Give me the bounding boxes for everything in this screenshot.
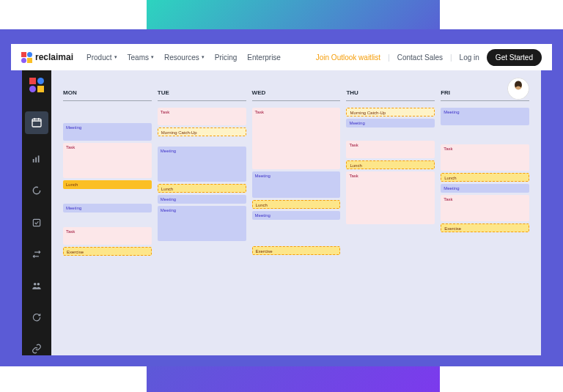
topbar: reclaimai Product▾Teams▾Resources▾Pricin…: [11, 44, 552, 70]
svg-rect-5: [33, 219, 40, 226]
event-task[interactable]: Task: [63, 227, 152, 245]
event-task[interactable]: Task: [441, 195, 529, 221]
event-meeting[interactable]: Meeting: [346, 119, 435, 127]
repeat-icon[interactable]: [30, 248, 43, 260]
loading-icon[interactable]: [30, 185, 43, 197]
event-lunch[interactable]: Lunch: [346, 160, 435, 169]
day-header: MON: [63, 89, 152, 101]
topbar-right: Join Outlook waitlist | Contact Sales | …: [316, 49, 542, 66]
main-nav: Product▾Teams▾Resources▾PricingEnterpris…: [87, 53, 281, 62]
sync-icon[interactable]: [30, 311, 43, 324]
event-catchup[interactable]: Morning Catch-Up: [346, 108, 435, 117]
avatar[interactable]: [507, 78, 529, 100]
svg-point-4: [33, 188, 40, 194]
people-icon[interactable]: [30, 279, 43, 292]
event-lunch[interactable]: Lunch: [252, 200, 341, 209]
day-column-tue: TUETaskMorning Catch-UpMeetingLunchMeeti…: [158, 89, 246, 256]
day-column-fri: FRIMeetingTaskLunchMeetingTaskExercise: [441, 89, 529, 256]
login-link[interactable]: Log in: [460, 53, 479, 62]
logo-icon: [21, 52, 32, 63]
svg-rect-2: [35, 158, 37, 163]
event-meeting[interactable]: Meeting: [63, 204, 152, 212]
event-meeting[interactable]: Meeting: [158, 147, 246, 182]
app-logo-icon: [29, 78, 44, 92]
stats-icon[interactable]: [30, 153, 43, 166]
svg-point-7: [37, 283, 40, 286]
event-meeting[interactable]: Meeting: [441, 184, 529, 193]
event-exercise[interactable]: Exercise: [252, 246, 341, 255]
event-meeting[interactable]: Meeting: [252, 211, 341, 220]
nav-teams[interactable]: Teams▾: [128, 53, 154, 62]
chevron-down-icon: ▾: [114, 54, 117, 60]
divider: |: [450, 53, 452, 62]
get-started-button[interactable]: Get Started: [487, 49, 542, 66]
event-meeting[interactable]: Meeting: [441, 108, 529, 125]
nav-resources[interactable]: Resources▾: [164, 53, 205, 62]
event-task[interactable]: Task: [346, 171, 435, 224]
event-task[interactable]: Task: [252, 108, 341, 169]
nav-pricing[interactable]: Pricing: [215, 53, 238, 62]
event-exercise[interactable]: Exercise: [441, 223, 529, 232]
calendar-body: MONMeetingTaskLunchMeetingTaskExerciseTU…: [51, 70, 541, 355]
event-task[interactable]: Task: [346, 141, 435, 158]
week-grid: MONMeetingTaskLunchMeetingTaskExerciseTU…: [63, 89, 529, 256]
brand-name: reclaimai: [35, 52, 73, 62]
svg-rect-3: [38, 156, 40, 163]
day-column-wed: WEDTaskMeetingLunchMeetingExercise: [252, 89, 341, 256]
divider: |: [388, 53, 390, 62]
event-meeting[interactable]: Meeting: [158, 206, 246, 241]
nav-enterprise[interactable]: Enterprise: [247, 53, 281, 62]
event-lunch[interactable]: Lunch: [441, 173, 529, 182]
event-exercise[interactable]: Exercise: [63, 247, 152, 256]
event-meeting[interactable]: Meeting: [252, 171, 341, 198]
day-header: TUE: [158, 89, 246, 101]
event-meeting[interactable]: Meeting: [63, 123, 152, 141]
event-task[interactable]: Task: [441, 144, 529, 171]
svg-rect-0: [32, 119, 41, 127]
svg-rect-1: [33, 159, 34, 163]
contact-sales-link[interactable]: Contact Sales: [397, 53, 443, 62]
event-lunch[interactable]: Lunch: [63, 180, 152, 189]
nav-product[interactable]: Product▾: [87, 53, 117, 62]
brand-logo[interactable]: reclaimai: [21, 52, 73, 63]
chevron-down-icon: ▾: [151, 54, 154, 60]
event-lunch[interactable]: Lunch: [158, 184, 246, 193]
event-task[interactable]: Task: [63, 143, 152, 178]
waitlist-link[interactable]: Join Outlook waitlist: [316, 53, 380, 62]
event-catchup[interactable]: Morning Catch-Up: [158, 127, 246, 136]
sidebar: [22, 70, 51, 355]
event-task[interactable]: Task: [158, 108, 246, 125]
app-frame: MONMeetingTaskLunchMeetingTaskExerciseTU…: [22, 70, 541, 355]
chevron-down-icon: ▾: [202, 54, 205, 60]
svg-point-6: [34, 283, 37, 286]
checkbox-icon[interactable]: [30, 216, 43, 229]
event-meeting[interactable]: Meeting: [158, 195, 246, 204]
calendar-icon[interactable]: [25, 111, 48, 134]
day-header: WED: [252, 89, 341, 101]
day-column-thu: THUMorning Catch-UpMeetingTaskLunchTask: [346, 89, 435, 256]
day-header: THU: [346, 89, 435, 101]
day-column-mon: MONMeetingTaskLunchMeetingTaskExercise: [63, 89, 152, 256]
link-icon[interactable]: [30, 343, 43, 355]
